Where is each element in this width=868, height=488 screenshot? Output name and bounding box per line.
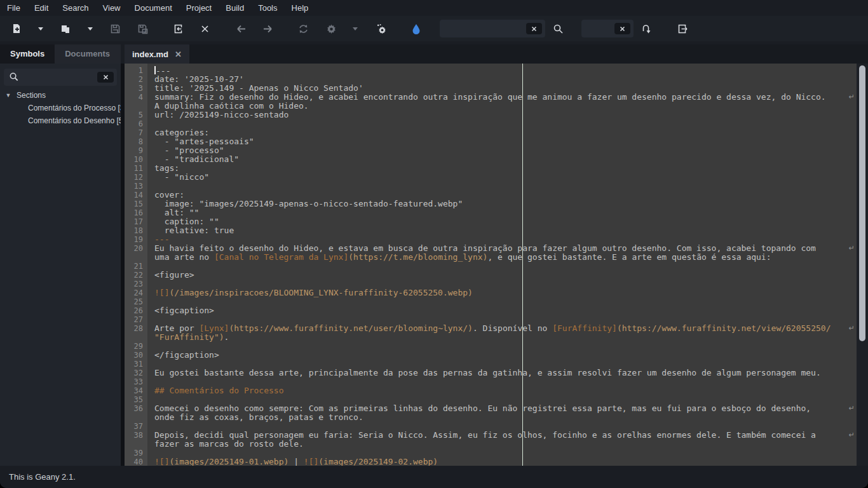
menu-document[interactable]: Document <box>128 0 179 16</box>
line-text: title: '2025.149 - Apenas o Nicco Sentad… <box>147 84 363 93</box>
line-number: 29 <box>125 342 147 351</box>
tab-symbols[interactable]: Symbols <box>0 44 55 64</box>
menu-edit[interactable]: Edit <box>27 0 55 16</box>
symbols-search-input[interactable] <box>4 69 117 86</box>
clear-symbols-search-icon[interactable] <box>97 72 114 83</box>
editor-row[interactable]: 17 caption: "" <box>125 217 857 226</box>
revert-icon[interactable] <box>169 20 187 37</box>
editor-row[interactable]: 15 image: "images/2025149-apenas-o-nicco… <box>125 200 857 208</box>
editor-row[interactable]: 19--- <box>125 235 857 244</box>
line-text: - "artes-pessoais" <box>147 137 254 146</box>
editor-row[interactable]: 11tags: <box>125 164 857 173</box>
save-all-icon[interactable]: a <box>133 20 151 37</box>
line-number <box>125 413 147 422</box>
editor-row[interactable]: 10 - "tradicional" <box>125 155 857 164</box>
editor-row[interactable]: 9 - "processo" <box>125 146 857 155</box>
editor-row[interactable]: 25 <box>125 297 857 306</box>
scrollbar-thumb[interactable] <box>859 65 865 341</box>
editor-row[interactable]: 8 - "artes-pessoais" <box>125 137 857 146</box>
editor-row[interactable]: 5url: /2025149-nicco-sentado <box>125 111 857 119</box>
search-icon[interactable] <box>549 20 567 37</box>
build-icon[interactable] <box>322 20 340 37</box>
editor-row[interactable]: 20Eu havia feito o desenho do Hideo, e e… <box>125 244 857 253</box>
open-dropdown-chevron-icon[interactable] <box>81 20 99 37</box>
statusbar: This is Geany 2.1. <box>0 466 868 488</box>
new-dropdown-chevron-icon[interactable] <box>32 20 50 37</box>
editor-row[interactable]: 38Depois, decidi qual personagem eu fari… <box>125 431 857 440</box>
editor-row[interactable]: 39 <box>125 449 857 458</box>
editor-row[interactable]: onde fiz as coxas, braços, patas e tronc… <box>125 413 857 422</box>
editor-row[interactable]: 29 <box>125 342 857 351</box>
editor-row[interactable]: 12 - "nicco" <box>125 173 857 182</box>
goto-line-input[interactable] <box>581 20 634 37</box>
editor-row[interactable]: 14cover: <box>125 191 857 200</box>
tab-close-icon[interactable]: ✕ <box>175 50 182 59</box>
editor-row[interactable]: 37 <box>125 422 857 431</box>
editor-row[interactable]: 22<figure> <box>125 271 857 280</box>
editor-row[interactable]: 36Comecei o desenho como sempre: Com as … <box>125 404 857 413</box>
chevron-down-icon[interactable]: ▼ <box>0 92 17 98</box>
editor-row[interactable]: 35 <box>125 395 857 404</box>
execute-icon[interactable] <box>372 20 390 37</box>
menu-help[interactable]: Help <box>285 0 316 16</box>
editor-row[interactable]: 1--- <box>125 66 857 75</box>
menu-file[interactable]: File <box>0 0 27 16</box>
back-icon[interactable] <box>232 20 250 37</box>
quit-icon[interactable] <box>674 20 691 37</box>
tab-index-md[interactable]: index.md ✕ <box>125 44 189 64</box>
editor-row[interactable]: 13 <box>125 182 857 191</box>
editor-scrollbar[interactable] <box>857 64 868 466</box>
editor-row[interactable]: 6 <box>125 119 857 128</box>
color-chooser-icon[interactable] <box>407 20 425 37</box>
sidebar: ▼ Sections Comentários do Processo [34 C… <box>0 64 121 466</box>
tree-item-processo[interactable]: Comentários do Processo [34 <box>0 102 121 114</box>
editor-row[interactable]: 3title: '2025.149 - Apenas o Nicco Senta… <box>125 84 857 93</box>
build-dropdown-chevron-icon[interactable] <box>346 20 364 37</box>
editor-row[interactable]: 2date: '2025-10-27' <box>125 75 857 84</box>
editor-row[interactable]: uma arte no [Canal no Telegram da Lynx](… <box>125 253 857 262</box>
editor-row[interactable]: 32Eu gostei bastante dessa arte, princip… <box>125 369 857 377</box>
line-number: 39 <box>125 449 147 458</box>
goto-line-icon[interactable] <box>637 20 655 37</box>
editor-row[interactable]: 30</figcaption> <box>125 351 857 360</box>
line-text: --- <box>147 66 170 75</box>
clear-search-icon[interactable] <box>526 23 542 34</box>
toolbar: a <box>0 16 868 41</box>
editor-row[interactable]: 27 <box>125 315 857 324</box>
editor-row[interactable]: 24![](/images/inspiracoes/BLOOMING_LYNX-… <box>125 288 857 297</box>
editor-row[interactable]: 23 <box>125 280 857 288</box>
menu-view[interactable]: View <box>96 0 128 16</box>
search-input[interactable] <box>440 20 545 37</box>
editor-view[interactable]: 1---2date: '2025-10-27'3title: '2025.149… <box>125 64 857 466</box>
editor-row[interactable]: 31 <box>125 360 857 369</box>
editor-row[interactable]: 34## Comentários do Processo <box>125 386 857 395</box>
clear-goto-icon[interactable] <box>614 23 630 34</box>
tab-documents[interactable]: Documents <box>55 44 120 64</box>
editor-row[interactable]: 18 relative: true <box>125 226 857 235</box>
editor-row[interactable]: 21 <box>125 262 857 271</box>
menu-search[interactable]: Search <box>55 0 95 16</box>
menu-project[interactable]: Project <box>179 0 219 16</box>
editor-row[interactable]: 4summary: Fiz o desenho do Hideo, e acab… <box>125 93 857 102</box>
save-icon[interactable] <box>106 20 124 37</box>
close-icon[interactable] <box>196 20 214 37</box>
editor-row[interactable]: 33 <box>125 377 857 386</box>
line-text: cover: <box>147 191 184 200</box>
editor-row[interactable]: fazer as marcas do rosto dele. <box>125 440 857 449</box>
editor-row[interactable]: 28Arte por [Lynx](https://www.furaffinit… <box>125 324 857 333</box>
editor-row[interactable]: 16 alt: "" <box>125 208 857 217</box>
tree-item-desenho[interactable]: Comentários do Desenho [52 <box>0 114 121 127</box>
editor-row[interactable]: A duplinha caótica com o Hideo. <box>125 102 857 111</box>
editor-row[interactable]: 7categories: <box>125 128 857 137</box>
open-document-icon[interactable] <box>57 20 74 37</box>
editor-row[interactable]: "FurAffinity"). <box>125 333 857 342</box>
editor-row[interactable]: 26<figcaption> <box>125 306 857 315</box>
editor-row[interactable]: 40![](images/2025149-01.webp) | ![](imag… <box>125 458 857 466</box>
line-number: 1 <box>125 66 147 75</box>
menu-tools[interactable]: Tools <box>251 0 284 16</box>
tree-root-sections[interactable]: ▼ Sections <box>0 89 121 102</box>
new-document-icon[interactable] <box>8 20 25 37</box>
forward-icon[interactable] <box>259 20 276 37</box>
compile-icon[interactable] <box>294 20 312 37</box>
menu-build[interactable]: Build <box>219 0 251 16</box>
